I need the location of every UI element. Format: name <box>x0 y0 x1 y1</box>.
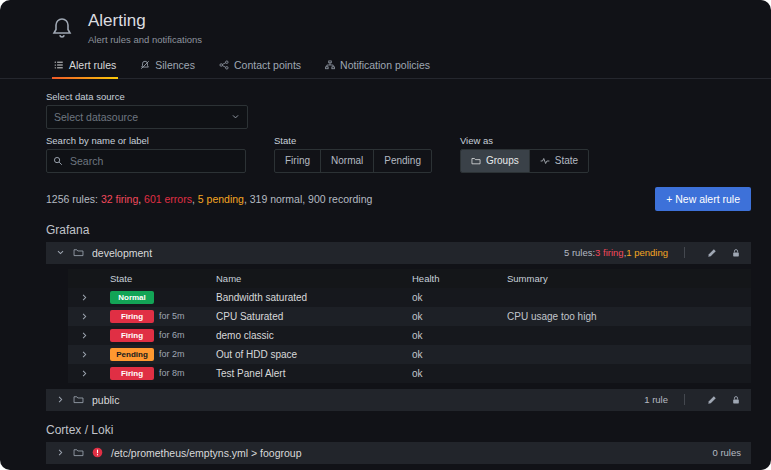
rule-health: ok <box>412 292 507 303</box>
rule-health: ok <box>412 330 507 341</box>
alert-rule-row[interactable]: Pendingfor 2m Out of HDD space ok <box>68 345 751 364</box>
tab-label: Notification policies <box>340 59 430 71</box>
folder-icon <box>73 247 84 258</box>
chevron-down-icon <box>231 112 240 121</box>
rule-group-row-foogroup[interactable]: /etc/prometheus/emptyns.yml > foogroup 0… <box>46 442 751 464</box>
group-name: public <box>92 394 119 406</box>
pulse-icon <box>540 156 550 166</box>
for-duration: for 2m <box>159 349 185 359</box>
chevron-right-icon[interactable] <box>56 395 65 404</box>
chevron-right-icon[interactable] <box>80 293 110 302</box>
tab-label: Contact points <box>234 59 301 71</box>
rule-name: Out of HDD space <box>216 349 412 360</box>
page-subtitle: Alert rules and notifications <box>88 34 202 45</box>
rules-table: State Name Health Summary Normal Bandwid… <box>68 269 751 383</box>
search-icon <box>53 156 63 166</box>
tab-contact-points[interactable]: Contact points <box>217 53 303 78</box>
rule-group-row-public[interactable]: public 1 rule <box>46 389 751 411</box>
alert-rule-row[interactable]: Firingfor 5m CPU Saturated ok CPU usage … <box>68 307 751 326</box>
for-duration: for 8m <box>159 368 185 378</box>
search-label: Search by name or label <box>46 135 246 146</box>
bell-icon <box>50 16 74 40</box>
divider <box>684 394 685 405</box>
group-stats: 5 rules: 3 firing, 1 pending <box>564 247 668 258</box>
search-input[interactable] <box>68 154 239 168</box>
list-icon <box>54 60 64 70</box>
section-title-cortex: Cortex / Loki <box>46 423 751 437</box>
column-header-state: State <box>110 273 216 284</box>
view-as-state-label: State <box>555 155 578 166</box>
folder-icon <box>73 447 84 458</box>
stats-total: 1256 rules: <box>46 193 101 205</box>
datasource-placeholder: Select datasource <box>54 111 138 123</box>
state-badge: Pending <box>110 348 154 361</box>
group-name: development <box>92 247 152 259</box>
datasource-label: Select data source <box>46 91 751 102</box>
lock-icon[interactable] <box>731 248 741 258</box>
column-header-summary: Summary <box>507 273 745 284</box>
rule-summary: CPU usage too high <box>507 311 745 322</box>
alert-rule-row[interactable]: Firingfor 6m demo classic ok <box>68 326 751 345</box>
page-header: Alerting Alert rules and notifications <box>0 0 771 49</box>
table-body: Normal Bandwidth saturated ok Firingfor … <box>68 288 751 383</box>
new-alert-rule-button[interactable]: + New alert rule <box>655 187 751 211</box>
state-filter-label: State <box>274 135 432 146</box>
state-badge: Normal <box>110 291 154 304</box>
column-header-name: Name <box>216 273 412 284</box>
chevron-right-icon[interactable] <box>80 369 110 378</box>
table-header-row: State Name Health Summary <box>68 269 751 288</box>
folder-icon <box>471 156 481 166</box>
view-as-state[interactable]: State <box>530 150 588 172</box>
alerting-page: Alerting Alert rules and notifications A… <box>0 0 771 470</box>
view-as-label: View as <box>460 135 589 146</box>
rule-list: Grafana development 5 rules: 3 firing, 1… <box>0 223 771 470</box>
stats-errors: 601 errors <box>144 193 192 205</box>
filters-panel: Select data source Select datasource Sea… <box>0 79 771 173</box>
group-stats: 1 rule <box>644 394 668 405</box>
share-icon <box>219 60 229 70</box>
rule-name: demo classic <box>216 330 412 341</box>
alert-rule-row[interactable]: Firingfor 8m Test Panel Alert ok <box>68 364 751 383</box>
tab-alert-rules[interactable]: Alert rules <box>52 53 118 78</box>
section-title-grafana: Grafana <box>46 223 751 237</box>
rule-health: ok <box>412 349 507 360</box>
page-title: Alerting <box>88 12 202 31</box>
chevron-right-icon[interactable] <box>80 331 110 340</box>
tab-label: Silences <box>155 59 195 71</box>
tab-silences[interactable]: Silences <box>138 53 197 78</box>
bell-slash-icon <box>140 60 150 70</box>
tab-notification-policies[interactable]: Notification policies <box>323 53 432 78</box>
state-filter-firing[interactable]: Firing <box>275 150 321 172</box>
tab-label: Alert rules <box>69 59 116 71</box>
view-as-groups[interactable]: Groups <box>461 150 530 172</box>
error-icon <box>92 447 103 458</box>
chevron-right-icon[interactable] <box>80 312 110 321</box>
rule-health: ok <box>412 368 507 379</box>
stats-rest: , 319 normal, 900 recording <box>244 193 372 205</box>
for-duration: for 5m <box>159 311 185 321</box>
stats-firing: 32 firing <box>101 193 138 205</box>
rule-name: CPU Saturated <box>216 311 412 322</box>
edit-icon[interactable] <box>707 395 717 405</box>
chevron-right-icon[interactable] <box>56 448 65 457</box>
stats-pending: 5 pending <box>198 193 244 205</box>
divider <box>684 247 685 258</box>
edit-icon[interactable] <box>707 248 717 258</box>
datasource-select[interactable]: Select datasource <box>46 105 248 129</box>
rule-name: Test Panel Alert <box>216 368 412 379</box>
alert-rule-row[interactable]: Normal Bandwidth saturated ok <box>68 288 751 307</box>
search-box <box>46 149 246 173</box>
rule-group-row-development[interactable]: development 5 rules: 3 firing, 1 pending <box>46 242 751 264</box>
rules-summary: 1256 rules: 32 firing, 601 errors, 5 pen… <box>46 193 372 205</box>
state-filter-pending[interactable]: Pending <box>374 150 431 172</box>
state-badge: Firing <box>110 310 154 323</box>
group-stats: 0 rules <box>712 447 741 458</box>
tab-bar: Alert rules Silences Contact points Noti… <box>0 53 771 79</box>
state-filter-group: Firing Normal Pending <box>274 149 432 173</box>
rule-health: ok <box>412 311 507 322</box>
chevron-down-icon[interactable] <box>56 248 65 257</box>
view-as-group: Groups State <box>460 149 589 173</box>
chevron-right-icon[interactable] <box>80 350 110 359</box>
lock-icon[interactable] <box>731 395 741 405</box>
state-filter-normal[interactable]: Normal <box>321 150 374 172</box>
